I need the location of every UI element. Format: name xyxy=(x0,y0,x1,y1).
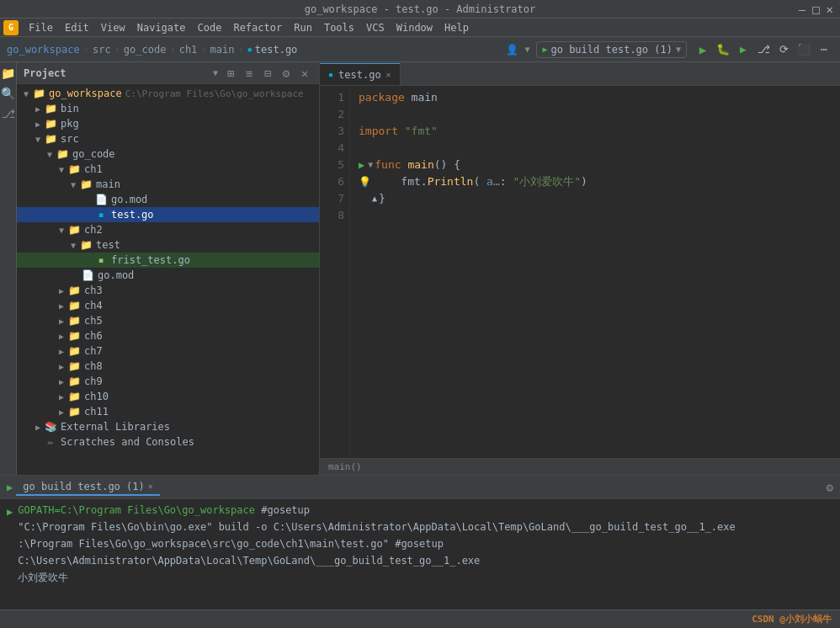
code-line-6: 💡 fmt.Println( a…: "小刘爱吹牛") xyxy=(359,173,832,190)
code-line-4 xyxy=(359,140,832,157)
breadcrumb-src[interactable]: src xyxy=(93,44,111,56)
menu-vcs[interactable]: VCS xyxy=(361,21,390,35)
tree-gomod-ch2[interactable]: ▶ 📄 go.mod xyxy=(17,268,319,283)
breadcrumb-ch1[interactable]: ch1 xyxy=(179,44,198,56)
project-header-collapse[interactable]: ⊟ xyxy=(260,66,275,81)
folder-icon: 📁 xyxy=(67,284,81,297)
activity-git[interactable]: ⎇ xyxy=(1,106,16,121)
tree-ch8[interactable]: ▶📁ch8 xyxy=(17,359,319,374)
tree-ch9[interactable]: ▶📁ch9 xyxy=(17,374,319,389)
run-panel: ▶ go build test.go (1) ✕ ⚙ ▶ GOPATH=C:\P… xyxy=(0,475,840,609)
menu-run[interactable]: Run xyxy=(289,21,317,35)
menu-window[interactable]: Window xyxy=(391,21,438,35)
run-button[interactable]: ▶ xyxy=(694,40,712,59)
code-line-2 xyxy=(359,106,832,123)
code-line-3: import "fmt" xyxy=(359,123,832,140)
project-header-flatten[interactable]: ≡ xyxy=(242,66,257,81)
scratches-icon: ✏ xyxy=(44,435,57,449)
tree-ch1[interactable]: ▼ 📁 ch1 xyxy=(17,162,319,177)
menu-tools[interactable]: Tools xyxy=(319,21,359,35)
tree-root[interactable]: ▼ 📁 go_workspace C:\Program Files\Go\go_… xyxy=(17,86,319,101)
toolbar-icons: 👤 ▼ xyxy=(502,40,529,59)
project-header-settings[interactable]: ⚙ xyxy=(279,66,294,81)
app-icon: G xyxy=(3,20,19,35)
toolbar-btn-1[interactable]: ⎇ xyxy=(754,40,773,59)
run-output-line-3: ▶ :\Program Files\Go\go_workspace\src\go… xyxy=(7,536,833,553)
tree-pkg[interactable]: ▶ 📁 pkg xyxy=(17,116,319,131)
folder-icon: 📁 xyxy=(67,375,81,388)
tree-main[interactable]: ▼ 📁 main xyxy=(17,177,319,192)
run-tabs: ▶ go build test.go (1) ✕ ⚙ xyxy=(0,476,840,499)
debug-button[interactable]: 🐛 xyxy=(714,40,732,59)
lightbulb-icon[interactable]: 💡 xyxy=(359,173,371,190)
menu-view[interactable]: View xyxy=(96,21,130,35)
folder-icon: 📁 xyxy=(67,344,81,358)
run-with-coverage[interactable]: ▶ xyxy=(734,40,752,59)
run-tab-close[interactable]: ✕ xyxy=(148,482,153,491)
tree-ch11[interactable]: ▶📁ch11 xyxy=(17,404,319,419)
file-go-icon: ▪ xyxy=(94,208,108,221)
project-header-close[interactable]: ✕ xyxy=(297,66,312,81)
tree-ch4[interactable]: ▶📁ch4 xyxy=(17,298,319,313)
menu-help[interactable]: Help xyxy=(439,21,474,35)
tree-external-libs[interactable]: ▶ 📚 External Libraries xyxy=(17,419,319,434)
menu-file[interactable]: File xyxy=(24,21,58,35)
tree-ch5[interactable]: ▶📁ch5 xyxy=(17,313,319,328)
tab-close-icon[interactable]: ✕ xyxy=(386,70,391,79)
dropdown-icon: ▼ xyxy=(524,45,529,54)
tree-testgo[interactable]: ▶ ▪ test.go xyxy=(17,207,319,222)
menu-navigate[interactable]: Navigate xyxy=(132,21,191,35)
run-settings-btn[interactable]: ⚙ xyxy=(827,481,833,494)
tree-ch2[interactable]: ▼ 📁 ch2 xyxy=(17,222,319,237)
folder-icon: 📁 xyxy=(44,117,57,130)
tree-scratches[interactable]: ▶ ✏ Scratches and Consoles xyxy=(17,434,319,450)
code-editor[interactable]: 1 2 3 4 5 6 7 8 package main xyxy=(320,86,840,458)
toolbar-btn-2[interactable]: ⟳ xyxy=(774,40,793,59)
breadcrumb-workspace[interactable]: go_workspace xyxy=(7,44,80,56)
tree-ch7[interactable]: ▶📁ch7 xyxy=(17,343,319,359)
folder-icon: 📁 xyxy=(67,359,81,373)
close-button[interactable]: ✕ xyxy=(827,3,833,16)
run-tab-label[interactable]: go build test.go (1) ✕ xyxy=(16,479,160,496)
activity-search[interactable]: 🔍 xyxy=(1,86,16,101)
window-title-bar: go_workspace - test.go - Administrator —… xyxy=(0,0,840,19)
code-line-1: package main xyxy=(359,89,832,106)
fold-button[interactable]: ▼ xyxy=(368,157,373,173)
file-test-icon: ▪ xyxy=(94,253,108,267)
tree-ch3[interactable]: ▶📁ch3 xyxy=(17,283,319,298)
toolbar-btn-4[interactable]: ⋯ xyxy=(815,40,833,59)
breadcrumb-gocode[interactable]: go_code xyxy=(124,44,167,56)
maximize-button[interactable]: □ xyxy=(812,3,819,16)
breadcrumb-file[interactable]: ▪test.go xyxy=(247,44,298,56)
folder-icon: 📁 xyxy=(67,162,81,176)
tree-bin[interactable]: ▶ 📁 bin xyxy=(17,101,319,116)
tree-ch10[interactable]: ▶📁ch10 xyxy=(17,389,319,404)
breadcrumb: go_workspace › src › go_code › ch1 › mai… xyxy=(7,44,496,56)
tree-test-folder[interactable]: ▼ 📁 test xyxy=(17,237,319,253)
tree-frist-test[interactable]: ▶ ▪ frist_test.go xyxy=(17,253,319,268)
tree-gomod-ch1[interactable]: ▶ 📄 go.mod xyxy=(17,192,319,207)
status-right: CSDN @小刘小蜗牛 xyxy=(752,613,832,625)
run-config-selector[interactable]: ▶ go build test.go (1) ▼ xyxy=(536,41,687,58)
project-title: Project xyxy=(24,67,210,79)
menu-refactor[interactable]: Refactor xyxy=(228,21,287,35)
user-icon[interactable]: 👤 xyxy=(502,40,521,59)
file-mod-icon2: 📄 xyxy=(81,269,94,282)
code-line-8 xyxy=(359,207,832,224)
tree-ch6[interactable]: ▶📁ch6 xyxy=(17,328,319,343)
minimize-button[interactable]: — xyxy=(799,3,805,16)
tree-src[interactable]: ▼ 📁 src xyxy=(17,131,319,146)
code-content[interactable]: package main import "fmt" ▶ ▼ func main( xyxy=(350,86,840,458)
toolbar-btn-3[interactable]: ⬛ xyxy=(795,40,813,59)
project-header-layout[interactable]: ⊞ xyxy=(223,66,238,81)
library-icon: 📚 xyxy=(44,420,57,434)
breadcrumb-main[interactable]: main xyxy=(210,44,235,56)
editor-tab-testgo[interactable]: ▪ test.go ✕ xyxy=(320,63,401,85)
folder-icon: 📁 xyxy=(44,132,57,146)
tree-gocode[interactable]: ▼ 📁 go_code xyxy=(17,146,319,162)
menu-code[interactable]: Code xyxy=(193,21,227,35)
menu-edit[interactable]: Edit xyxy=(60,21,94,35)
run-gutter-arrow[interactable]: ▶ xyxy=(359,157,364,173)
editor-tab-label: test.go xyxy=(338,69,381,81)
activity-folder[interactable]: 📁 xyxy=(1,66,16,81)
